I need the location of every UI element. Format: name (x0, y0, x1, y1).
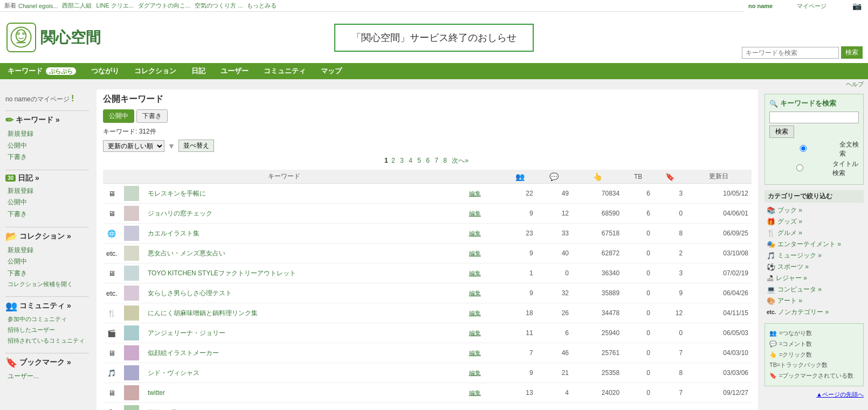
kw-name-link[interactable]: モレスキンを手帳に (148, 190, 206, 197)
kw-table: キーワード 👥 💬 👆 TB 🔖 更新日 (103, 170, 752, 410)
sidebar-col-candidate[interactable]: コレクション候補を開く (8, 279, 89, 290)
sidebar-kw-public[interactable]: 公開中 (8, 140, 89, 152)
page-8[interactable]: 8 (443, 157, 447, 164)
row-num-4: 0 (653, 204, 686, 224)
sidebar-col-new[interactable]: 新規登録 (8, 245, 89, 256)
edit-link[interactable]: 編集 (469, 250, 481, 256)
kw-name-link[interactable]: にんにく胡麻味噌鍋と鍋料理リンク集 (148, 309, 258, 317)
row-num-4: 0 (653, 323, 686, 343)
nav-tsunagari[interactable]: つながり (84, 63, 127, 79)
edit-link[interactable]: 編集 (469, 270, 481, 276)
page-6[interactable]: 6 (426, 157, 430, 164)
sidebar-community-link[interactable]: コミュニティ » (19, 301, 71, 311)
sidebar-diary-draft[interactable]: 下書き (8, 209, 89, 220)
news-more[interactable]: もっとみる (247, 2, 277, 10)
edit-link[interactable]: 編集 (469, 370, 481, 376)
sidebar-collection-link[interactable]: コレクション » (19, 232, 71, 241)
nav-diary[interactable]: 日記 (184, 63, 213, 79)
cat-noncat-link[interactable]: ノンカテゴリー » (778, 308, 829, 317)
row-num-2: 62872 (572, 244, 623, 263)
sidebar-bm-user[interactable]: ユーザー... (8, 371, 89, 383)
page-2[interactable]: 2 (391, 157, 395, 164)
edit-link[interactable]: 編集 (469, 190, 481, 197)
sidebar-kw-new[interactable]: 新規登録 (8, 128, 89, 140)
page-3[interactable]: 3 (400, 157, 404, 164)
sidebar-com-being-invited[interactable]: 招待されているコミュニティ (8, 336, 89, 346)
news-item-4[interactable]: ダグアウトの向こ... (138, 2, 190, 10)
news-item-2[interactable]: 西部二人組 (62, 2, 92, 10)
edit-link[interactable]: 編集 (469, 310, 481, 316)
sidebar-keyword-link[interactable]: キーワード » (16, 115, 60, 125)
sidebar: no nameのマイページ ! ✏ キーワード » 新規登録 公開中 下書き 3… (0, 89, 94, 410)
right-search-button[interactable]: 検索 (769, 126, 794, 138)
mypage-link[interactable]: マイページ (797, 2, 826, 10)
sidebar-diary-new[interactable]: 新規登録 (8, 185, 89, 197)
nav-keyword[interactable]: キーワード ぷらぷら (0, 63, 84, 79)
cat-computer-link[interactable]: コンピュータ » (777, 285, 822, 294)
edit-link[interactable]: 編集 (469, 290, 481, 296)
page-7[interactable]: 7 (435, 157, 438, 164)
edit-link[interactable]: 編集 (469, 230, 481, 237)
tab-public[interactable]: 公開中 (103, 109, 134, 123)
nav-user[interactable]: ユーザー (213, 63, 256, 79)
page-5[interactable]: 5 (417, 157, 421, 164)
radio-fulltext[interactable]: 全文検索 (769, 140, 859, 158)
kw-name-link[interactable]: カエルイラスト集 (148, 230, 199, 237)
news-item-3[interactable]: LINE クリエ... (96, 2, 134, 10)
nav-community[interactable]: コミュニティ (256, 63, 313, 79)
sidebar-col-public[interactable]: 公開中 (8, 256, 89, 268)
edit-link[interactable]: 編集 (469, 390, 481, 396)
sort-select[interactable]: 更新の新しい順 更新の古い順 登録の新しい順 (103, 140, 164, 152)
page-next[interactable]: 次へ» (452, 157, 469, 164)
row-type-icon: etc. (103, 283, 121, 303)
kw-name-link[interactable]: 女らしさ男らしさ心理テスト (148, 289, 232, 297)
kw-name-link[interactable]: ジョハリの窓チェック (148, 210, 212, 217)
kw-name-link[interactable]: 悪女占い・メンズ悪女占い (148, 249, 225, 257)
cat-book-link[interactable]: ブック » (777, 206, 802, 215)
kw-name-link[interactable]: TOYO KITCHEN STYLEファクトリーアウトレット (148, 269, 296, 277)
right-search-input[interactable] (769, 112, 859, 123)
header-search-input[interactable] (742, 47, 839, 59)
sidebar-kw-draft[interactable]: 下書き (8, 151, 89, 163)
row-name: にんにく胡麻味噌鍋と鍋料理リンク集 (144, 303, 466, 323)
sort-button[interactable]: 並べ替え (178, 140, 214, 152)
cat-music-link[interactable]: ミュージック » (777, 251, 822, 260)
edit-link[interactable]: 編集 (469, 350, 481, 356)
sidebar-diary-link[interactable]: 日記 » (18, 173, 39, 183)
nav-collection[interactable]: コレクション (127, 63, 184, 79)
cat-entertainment-link[interactable]: エンターテイメント » (777, 240, 841, 249)
kw-name-link[interactable]: 似顔絵イラストメーカー (148, 349, 219, 357)
radio-title[interactable]: タイトル検索 (769, 159, 859, 178)
tab-draft[interactable]: 下書き (136, 109, 168, 123)
page-top-link[interactable]: ▲ページの先頭へ (816, 391, 864, 398)
sidebar-com-invited[interactable]: 招待したユーザー (8, 325, 89, 336)
kw-name-link[interactable]: シド・ヴィシャス (148, 369, 199, 377)
news-item-5[interactable]: 空気のつくり方 ... (195, 2, 243, 10)
kw-name-link[interactable]: アンジェリーナ・ジョリー (148, 329, 225, 337)
nav-map[interactable]: マップ (313, 63, 349, 79)
category-title: カテゴリーで絞り込む (764, 190, 864, 203)
cat-art-link[interactable]: アート » (777, 296, 802, 305)
cat-sports-link[interactable]: スポーツ » (777, 262, 809, 272)
row-edit: 編集 (466, 184, 504, 204)
help-link[interactable]: ヘルプ (846, 81, 864, 87)
table-row: 🌐カエルイラスト集編集2333675180806/09/25 (103, 224, 752, 244)
edit-link[interactable]: 編集 (469, 330, 481, 336)
edit-link[interactable]: 編集 (469, 210, 481, 217)
radio-title-input[interactable] (769, 164, 830, 171)
sidebar-bookmark-link[interactable]: ブックマーク » (19, 358, 71, 367)
cat-goods-link[interactable]: グッズ » (777, 217, 802, 226)
row-num-1: 40 (536, 244, 572, 263)
radio-fulltext-input[interactable] (769, 145, 837, 152)
cat-leisure-link[interactable]: レジャー » (776, 274, 807, 283)
header-search-button[interactable]: 検索 (841, 46, 863, 59)
book-icon: 📚 (767, 206, 775, 214)
gourmet-icon: 🍴 (767, 229, 775, 237)
sidebar-com-joined[interactable]: 参加中のコミュニティ (8, 314, 89, 325)
news-item-1[interactable]: Chanel egois... (18, 3, 58, 9)
page-4[interactable]: 4 (409, 157, 412, 164)
kw-name-link[interactable]: twitter (148, 389, 165, 397)
sidebar-col-draft[interactable]: 下書き (8, 268, 89, 280)
sidebar-diary-public[interactable]: 公開中 (8, 197, 89, 209)
cat-gourmet-link[interactable]: グルメ » (777, 228, 802, 238)
